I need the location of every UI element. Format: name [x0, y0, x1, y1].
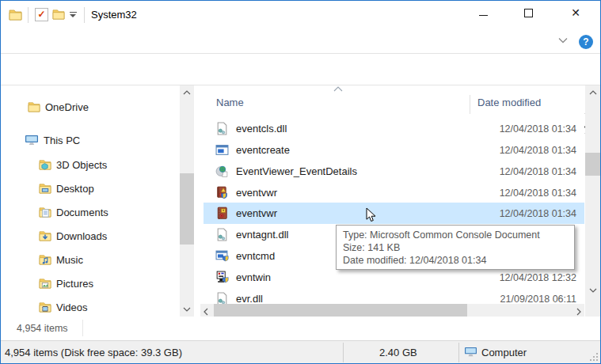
column-header-name[interactable]: Name [216, 97, 244, 108]
computer-icon [464, 347, 477, 358]
folder-videos-icon [39, 301, 51, 313]
tooltip-type-line: Type: Microsoft Common Console Document [343, 229, 568, 241]
help-icon: ? [583, 36, 588, 47]
minimize-icon [479, 15, 488, 16]
resize-grip[interactable] [590, 353, 598, 361]
folder-downloads-icon [39, 230, 51, 241]
file-list-scrollbar[interactable] [585, 85, 600, 317]
scrollbar-thumb[interactable] [180, 173, 194, 245]
scroll-down-icon[interactable] [589, 288, 597, 293]
console-app-shield-icon [215, 249, 229, 263]
close-icon: ✕ [571, 6, 580, 19]
folder-desktop-icon [39, 183, 51, 194]
sort-ascending-icon [333, 86, 343, 92]
help-button[interactable]: ? [579, 35, 593, 49]
scrollbar-thumb[interactable] [214, 304, 467, 317]
file-row[interactable]: evntwin 12/04/2018 12:32 [200, 267, 584, 288]
explorer-status-row: 4,954 items [1, 317, 600, 340]
ribbon-tab-bar: File Home Share View ? [1, 30, 600, 54]
computer-icon [25, 135, 39, 146]
scroll-down-icon[interactable] [183, 307, 191, 312]
tooltip-size-line: Size: 141 KB [343, 241, 568, 254]
qat-customize-dropdown-icon[interactable] [70, 12, 78, 17]
scroll-left-icon[interactable] [204, 308, 208, 316]
column-header-date-modified[interactable]: Date modified [477, 97, 541, 108]
sidebar-item-3d-objects[interactable]: 3D Objects [39, 155, 107, 174]
scroll-up-icon[interactable] [589, 90, 597, 95]
mouse-cursor [366, 207, 376, 223]
event-viewer-shield-icon [215, 186, 229, 199]
folder-pictures-icon [39, 278, 51, 289]
folder-music-icon [39, 254, 51, 265]
file-tooltip: Type: Microsoft Common Console Document … [336, 225, 575, 270]
sidebar-scrollbar[interactable] [180, 85, 194, 317]
folder-icon [28, 101, 40, 112]
sidebar-item-desktop[interactable]: Desktop [39, 179, 94, 198]
horizontal-scrollbar[interactable] [200, 304, 584, 317]
tooltip-date-line: Date modified: 12/04/2018 01:34 [343, 254, 568, 267]
sidebar-item-documents[interactable]: Documents [39, 203, 108, 222]
navigation-pane: OneDrive This PC 3D Objects Desktop Docu… [1, 85, 200, 317]
window-title: System32 [91, 9, 137, 21]
maximize-button[interactable] [510, 1, 546, 25]
file-row[interactable]: EventViewer_EventDetails 12/04/2018 01:3… [200, 161, 584, 182]
title-bar: ✓ System32 ✕ [1, 1, 600, 30]
qat-new-folder-icon[interactable] [52, 9, 65, 20]
navigation-bar: « Local Disk (C:) › Windows › System32 ↻… [1, 54, 600, 85]
scroll-up-icon[interactable] [183, 90, 191, 95]
dll-file-icon [215, 122, 229, 135]
sidebar-item-videos[interactable]: Videos [39, 298, 88, 317]
folder-documents-icon [39, 207, 51, 218]
minimize-button[interactable] [465, 1, 501, 25]
dll-file-icon [215, 228, 229, 241]
mmc-document-icon [215, 207, 229, 220]
file-row[interactable]: eventcreate 12/04/2018 01:34 [200, 139, 584, 161]
status-location-label: Computer [481, 347, 527, 359]
qat-properties-check-icon[interactable]: ✓ [35, 8, 48, 21]
items-count-label: 4,954 items [17, 322, 68, 335]
scrollbar-thumb[interactable] [585, 153, 600, 176]
sidebar-item-downloads[interactable]: Downloads [39, 226, 107, 245]
sidebar-item-music[interactable]: Music [39, 250, 83, 269]
maximize-icon [524, 9, 533, 17]
file-row[interactable]: eventvwr 12/04/2018 01:34 [200, 182, 584, 203]
file-row[interactable]: eventcls.dll 12/04/2018 01:34 [200, 118, 584, 139]
file-row-selected[interactable]: eventvwr 12/04/2018 01:34 [204, 203, 584, 224]
folder-3d-icon [39, 159, 51, 170]
sidebar-item-onedrive[interactable]: OneDrive [28, 97, 89, 116]
explorer-window: ✓ System32 ✕ File Home Share View ? [0, 0, 601, 364]
legacy-app-shield-icon [215, 271, 229, 284]
app-folder-icon [9, 9, 22, 21]
file-list-pane: Name Date modified eventcls.dll 12/04/20… [200, 85, 584, 317]
close-button[interactable]: ✕ [557, 1, 594, 25]
expand-ribbon-chevron-icon[interactable] [558, 37, 568, 44]
console-app-icon [215, 143, 229, 157]
scroll-right-icon[interactable] [576, 308, 581, 316]
status-selection-size: 2.40 GB [379, 347, 417, 359]
status-items-free-space: 4,954 items (Disk free space: 39.3 GB) [5, 347, 182, 359]
sidebar-item-pictures[interactable]: Pictures [39, 274, 93, 293]
status-bar: 4,954 items (Disk free space: 39.3 GB) 2… [1, 340, 600, 363]
sidebar-item-this-pc[interactable]: This PC [25, 131, 80, 150]
event-viewer-details-icon [215, 165, 229, 178]
